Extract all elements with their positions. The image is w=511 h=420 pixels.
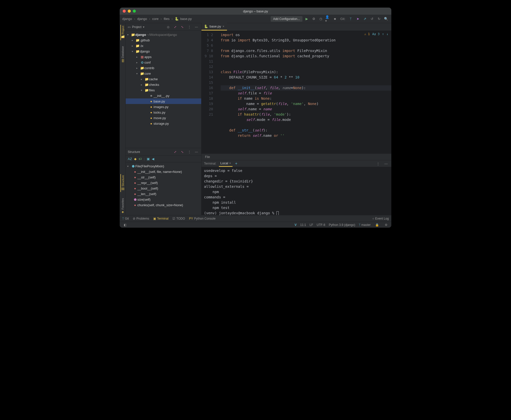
more-icon[interactable]: ⋮ bbox=[187, 24, 192, 30]
filter-icon[interactable]: ◆ bbox=[134, 157, 137, 161]
rollback-icon[interactable]: ↻ bbox=[376, 16, 382, 22]
tree-item[interactable]: ≡__init__.py bbox=[126, 93, 201, 98]
search-icon[interactable]: 🔍 bbox=[383, 16, 389, 22]
favorites-tool-button[interactable]: ★ Favorites bbox=[121, 197, 124, 215]
coverage-icon[interactable]: ◷ bbox=[318, 16, 324, 22]
terminal-tab[interactable]: Local × bbox=[219, 160, 233, 167]
git-push-icon[interactable]: ⇗ bbox=[362, 16, 368, 22]
tree-item[interactable]: ▸▦apps bbox=[126, 54, 201, 60]
breadcrumb-item[interactable]: django bbox=[137, 17, 147, 21]
collapse-icon[interactable]: ⤡ bbox=[180, 24, 185, 30]
tree-item[interactable]: ▸📁cache bbox=[126, 76, 201, 82]
python-console-tool-button[interactable]: PY Python Console bbox=[189, 217, 216, 220]
lock-icon[interactable]: 🔒 bbox=[374, 222, 380, 228]
profile-icon[interactable]: 👤▾ bbox=[325, 16, 331, 22]
close-window-icon[interactable] bbox=[123, 10, 126, 13]
tree-item[interactable]: ●locks.py bbox=[126, 110, 201, 115]
breadcrumb-item[interactable]: django bbox=[122, 17, 132, 21]
structure-class-node[interactable]: ▾⬢File(FileProxyMixin) bbox=[126, 163, 201, 169]
structure-method[interactable]: ⬟size(self) bbox=[126, 197, 201, 202]
database-tool-button[interactable]: 🗄 Database bbox=[121, 45, 124, 63]
tree-item[interactable]: ▸📁.github bbox=[126, 37, 201, 43]
git-branch[interactable]: ᛘ master bbox=[359, 223, 371, 227]
debug-icon[interactable]: ⚙ bbox=[311, 16, 317, 22]
breadcrumb-item[interactable]: core bbox=[152, 17, 159, 21]
structure-method[interactable]: ●chunks(self, chunk_size=None) bbox=[126, 202, 201, 208]
structure-method[interactable]: ●__bool__(self) bbox=[126, 186, 201, 191]
next-highlight-icon[interactable]: ↓ bbox=[387, 32, 388, 36]
project-tree[interactable]: ▾📁 django ~/Workspace/django ▸📁.github▸📁… bbox=[126, 31, 201, 148]
close-tab-icon[interactable]: × bbox=[223, 25, 224, 28]
tree-item[interactable]: ●images.py bbox=[126, 104, 201, 110]
tree-item[interactable]: ▾📁django bbox=[126, 48, 201, 54]
tag-icon[interactable]: 🏷 bbox=[139, 157, 142, 161]
problems-tool-button[interactable]: ⊘ Problems bbox=[133, 217, 149, 220]
line-separator[interactable]: LF bbox=[310, 223, 313, 227]
todo-tool-button[interactable]: ☑ TODO bbox=[172, 217, 185, 220]
dropdown-icon[interactable]: ▾ bbox=[143, 25, 144, 29]
add-configuration-button[interactable]: Add Configuration... bbox=[271, 16, 302, 22]
tree-item[interactable]: ●base.py bbox=[126, 98, 201, 104]
new-terminal-icon[interactable]: + bbox=[235, 161, 237, 166]
vim-icon[interactable]: V bbox=[295, 223, 297, 227]
tree-item[interactable]: ▸📁checks bbox=[126, 82, 201, 87]
show-inherited-icon[interactable]: ◀ bbox=[152, 157, 154, 161]
tree-item[interactable]: ●storage.py bbox=[126, 121, 201, 126]
git-tool-button[interactable]: ᛘ Git bbox=[122, 217, 129, 220]
more-icon[interactable]: ⋮ bbox=[187, 149, 192, 155]
tool-windows-icon[interactable]: ◧ bbox=[122, 222, 128, 228]
minimize-window-icon[interactable] bbox=[128, 10, 131, 13]
inspection-summary[interactable]: ⚠ 1 Aʑ 3 ↑ ↓ bbox=[364, 32, 388, 36]
titlebar: django – base.py bbox=[120, 8, 391, 15]
structure-tree[interactable]: ▾⬢File(FileProxyMixin) ●__init__(self, f… bbox=[126, 162, 201, 215]
git-branch-icon[interactable]: ᛘ bbox=[348, 16, 353, 22]
prev-highlight-icon[interactable]: ↑ bbox=[382, 32, 384, 36]
target-icon[interactable]: ◎ bbox=[165, 24, 171, 30]
structure-method[interactable]: ●__str__(self) bbox=[126, 174, 201, 180]
tree-item[interactable]: ▸📁.tx bbox=[126, 43, 201, 48]
sync-settings-icon[interactable]: ⚙ bbox=[383, 222, 389, 228]
close-tab-icon[interactable]: × bbox=[229, 161, 231, 165]
show-fields-icon[interactable]: ▣ bbox=[147, 157, 150, 161]
warning-icon[interactable]: ⚠ 1 bbox=[364, 32, 370, 36]
terminal-panel: Terminal: Local × + ⋮ — usedevelop = fal… bbox=[201, 160, 391, 215]
terminal-tool-button[interactable]: ▣ Terminal bbox=[153, 217, 168, 220]
breadcrumb-item[interactable]: files bbox=[164, 17, 169, 21]
event-log-button[interactable]: ○ Event Log bbox=[372, 217, 389, 220]
code-editor[interactable]: 1 2 3 4 5 6 7 8 9 10 11 12 13 14 15 16 1… bbox=[201, 31, 391, 153]
encoding[interactable]: UTF-8 bbox=[317, 223, 325, 227]
python-icon: 🐍 bbox=[204, 24, 208, 28]
typo-icon[interactable]: Aʑ 3 bbox=[372, 32, 380, 36]
expand-icon[interactable]: ⤢ bbox=[172, 149, 178, 155]
git-commit-icon[interactable]: ➤ bbox=[355, 16, 361, 22]
interpreter[interactable]: Python 3.9 (django) bbox=[329, 223, 355, 227]
minimize-panel-icon[interactable]: — bbox=[194, 149, 199, 155]
terminal-output[interactable]: usedevelop = false deps = changedir = {t… bbox=[201, 167, 391, 217]
minimize-panel-icon[interactable]: — bbox=[383, 161, 389, 166]
breadcrumb-item[interactable]: base.py bbox=[180, 17, 192, 21]
tree-item[interactable]: ▾📁core bbox=[126, 71, 201, 76]
expand-icon[interactable]: ⤢ bbox=[172, 24, 178, 30]
collapse-icon[interactable]: ⤡ bbox=[180, 149, 185, 155]
tree-item[interactable]: ▸📁contrib bbox=[126, 65, 201, 71]
code-content[interactable]: import os from io import BytesIO, String… bbox=[221, 31, 391, 153]
sort-alpha-icon[interactable]: AZ bbox=[128, 157, 132, 161]
more-icon[interactable]: ⋮ bbox=[375, 161, 381, 166]
structure-method[interactable]: ●__repr__(self) bbox=[126, 180, 201, 186]
tree-item[interactable]: ▸✿conf bbox=[126, 60, 201, 65]
structure-tool-button[interactable]: ▤ Structure bbox=[120, 174, 125, 192]
tree-root[interactable]: ▾📁 django ~/Workspace/django bbox=[126, 32, 201, 37]
stop-icon[interactable]: ■ bbox=[332, 16, 338, 22]
minimize-panel-icon[interactable]: — bbox=[194, 24, 199, 30]
caret-position[interactable]: 11:1 bbox=[300, 223, 306, 227]
structure-method[interactable]: ●__init__(self, file, name=None) bbox=[126, 169, 201, 174]
project-tool-button[interactable]: 📁 Project bbox=[120, 25, 125, 40]
run-icon[interactable]: ▶ bbox=[304, 16, 310, 22]
editor-breadcrumb[interactable]: File bbox=[201, 153, 391, 160]
structure-method[interactable]: ●__len__(self) bbox=[126, 191, 201, 197]
tree-item[interactable]: ▾📁files bbox=[126, 87, 201, 93]
editor-tab[interactable]: 🐍 base.py × bbox=[201, 23, 227, 31]
history-icon[interactable]: ↺ bbox=[369, 16, 375, 22]
tree-item[interactable]: ●move.py bbox=[126, 115, 201, 121]
maximize-window-icon[interactable] bbox=[133, 10, 136, 13]
